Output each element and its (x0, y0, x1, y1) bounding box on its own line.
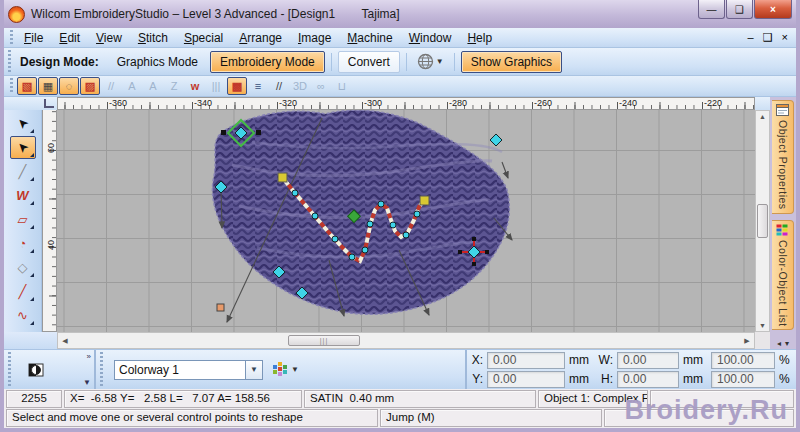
h-scale-field[interactable]: 100.00 (711, 371, 775, 388)
toolbar-grip[interactable] (6, 352, 12, 387)
separator (331, 53, 332, 71)
minimize-button[interactable]: — (698, 0, 725, 19)
toolbox: ➤ ➤ ╱ W ▱ ◔ ◇ ╱ ∿ (4, 110, 42, 332)
toolbar-grip[interactable] (8, 30, 14, 45)
show-bitmap-button[interactable] (24, 358, 48, 382)
hscroll-thumb[interactable]: ||| (288, 335, 360, 346)
scroll-corner (755, 332, 770, 349)
h-field[interactable]: 0.00 (617, 371, 679, 388)
mode-toolbar: Design Mode: Graphics Mode Embroidery Mo… (4, 48, 796, 76)
tab-label: Object Properties (777, 120, 789, 210)
reshape-tool[interactable]: ➤ (10, 136, 36, 159)
scroll-right-icon[interactable]: ▶ (740, 337, 754, 345)
threed-icon[interactable]: 3D (290, 77, 310, 95)
watermark: Broidery.Ru (624, 395, 788, 426)
panel-prev-icon[interactable]: ◂ (777, 339, 781, 348)
knife-tool[interactable]: ╱ (10, 160, 36, 183)
transform-panel: X: 0.00 mm W: 0.00 mm 100.00 % Y: 0.00 m… (465, 350, 796, 389)
anchor-marker (217, 304, 224, 311)
exit-marker (420, 196, 429, 205)
y-field[interactable]: 0.00 (487, 371, 565, 388)
overflow-chevron-icon[interactable]: » (87, 352, 91, 361)
manual-stitch-tool[interactable]: ∿ (10, 304, 36, 327)
menu-file[interactable]: File (16, 29, 51, 47)
menu-special[interactable]: Special (176, 29, 231, 47)
menu-edit[interactable]: Edit (51, 29, 88, 47)
zigzag-fill-icon[interactable]: ▧ (17, 77, 37, 95)
circle-tool[interactable]: ◔ (10, 232, 36, 255)
graphics-mode-button[interactable]: Graphics Mode (107, 51, 208, 73)
tab-object-properties[interactable]: Object Properties (772, 100, 794, 214)
hoop-globe-button[interactable]: ▼ (413, 51, 448, 72)
show-graphics-button[interactable]: Show Graphics (461, 51, 562, 73)
input-c-icon[interactable]: A (143, 77, 163, 95)
bottom-toolbar: » ▼ Colorway 1 ▼ ▼ X: 0.00 (4, 349, 796, 389)
colorway-value[interactable]: Colorway 1 (114, 360, 246, 380)
toolbar-grip[interactable] (98, 352, 104, 387)
menu-view[interactable]: View (88, 29, 130, 47)
separator (454, 53, 455, 71)
scroll-left-icon[interactable]: ◀ (58, 337, 72, 345)
run-stitch-tool[interactable]: ╱ (10, 280, 36, 303)
glasses-icon[interactable]: ∞ (311, 77, 331, 95)
menu-arrange[interactable]: Arrange (231, 29, 290, 47)
lettering-tool[interactable]: W (10, 184, 36, 207)
w-label: W: (597, 353, 613, 367)
docked-panel-strip: Object Properties Color-Object List ◂ ▾ (770, 97, 796, 350)
embroidery-design (57, 110, 755, 332)
star-shape-tool[interactable]: ◇ (10, 256, 36, 279)
menu-help[interactable]: Help (459, 29, 500, 47)
basket-icon[interactable]: ⊔ (332, 77, 352, 95)
input-b-icon[interactable]: A (122, 77, 142, 95)
column-icon[interactable]: ||| (206, 77, 226, 95)
toolbar-grip[interactable] (8, 78, 14, 94)
mdi-restore-button[interactable]: ❑ (763, 31, 773, 44)
x-field[interactable]: 0.00 (487, 352, 565, 369)
w-field[interactable]: 0.00 (617, 352, 679, 369)
window-title: Wilcom EmbroideryStudio – Level 3 Advanc… (31, 7, 400, 21)
vscroll-thumb[interactable] (757, 204, 768, 238)
ruler-label: 60 (46, 141, 56, 155)
menu-stitch[interactable]: Stitch (130, 29, 176, 47)
scroll-up-icon[interactable]: ▲ (759, 111, 766, 122)
ruler-label: -260 (534, 98, 552, 108)
closed-shape-icon: ▱ (18, 212, 28, 227)
ruler-label: -240 (619, 98, 637, 108)
tatami-fill-icon[interactable]: ▦ (38, 77, 58, 95)
horizontal-scrollbar[interactable]: ◀ ||| ▶ (57, 332, 755, 349)
chevron-down-icon[interactable]: ▼ (246, 360, 263, 380)
scroll-down-icon[interactable]: ▼ (759, 320, 766, 331)
skew-icon[interactable]: Z (164, 77, 184, 95)
input-a-icon[interactable]: // (101, 77, 121, 95)
mdi-minimize-button[interactable]: – (748, 31, 754, 44)
stitch-lines-icon[interactable]: ≡ (248, 77, 268, 95)
menu-machine[interactable]: Machine (339, 29, 400, 47)
toolbar-grip[interactable] (6, 50, 12, 73)
close-button[interactable]: × (754, 0, 792, 19)
w-scale-field[interactable]: 100.00 (711, 352, 775, 369)
ruler-label: -340 (194, 98, 212, 108)
panel-next-icon[interactable]: ▾ (785, 339, 789, 348)
embroidery-mode-button[interactable]: Embroidery Mode (210, 51, 325, 73)
pattern-fill-icon[interactable]: ▩ (227, 77, 247, 95)
menu-window[interactable]: Window (401, 29, 460, 47)
vertical-scrollbar[interactable]: ▲ ▼ (755, 110, 770, 332)
circle-icon: ◔ (19, 236, 27, 251)
mdi-close-button[interactable]: × (782, 31, 788, 44)
zigzag-line-icon[interactable]: w (185, 77, 205, 95)
fancy-fill-icon[interactable]: ▨ (80, 77, 100, 95)
design-canvas[interactable] (57, 110, 755, 332)
select-tool[interactable]: ➤ (10, 112, 36, 135)
menu-image[interactable]: Image (290, 29, 339, 47)
colorway-editor-button[interactable]: ▼ (273, 362, 299, 377)
colorway-select[interactable]: Colorway 1 ▼ (114, 360, 263, 380)
motif-run-icon[interactable]: ◌ (59, 77, 79, 95)
y-unit: mm (569, 372, 593, 386)
tab-color-object-list[interactable]: Color-Object List (772, 220, 794, 331)
maximize-button[interactable]: ❑ (726, 0, 753, 19)
hatch-icon[interactable]: // (269, 77, 289, 95)
convert-button[interactable]: Convert (338, 51, 400, 73)
closed-shape-tool[interactable]: ▱ (10, 208, 36, 231)
app-window: Wilcom EmbroideryStudio – Level 3 Advanc… (0, 0, 800, 432)
chevron-down-icon[interactable]: ▼ (83, 378, 91, 387)
